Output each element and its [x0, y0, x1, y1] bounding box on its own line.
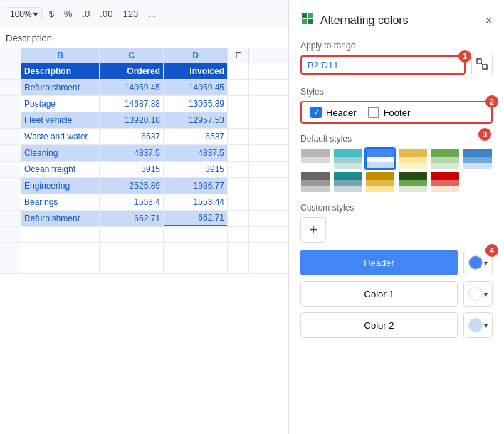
cell[interactable]: Cleaning	[21, 145, 100, 161]
cell[interactable]	[228, 194, 249, 210]
svg-rect-3	[308, 19, 313, 24]
cell[interactable]: 13920.18	[100, 112, 164, 128]
format-btn[interactable]: 123	[120, 7, 141, 21]
cell[interactable]: 12957.53	[164, 112, 228, 128]
color2-picker[interactable]: ▾	[463, 312, 493, 338]
cell[interactable]	[228, 145, 249, 161]
col-header-b[interactable]: B	[21, 48, 100, 63]
close-button[interactable]: ×	[485, 14, 493, 27]
cell[interactable]: Engineering	[21, 178, 100, 194]
header-color-row: 4 Header ▾	[300, 250, 493, 275]
range-input[interactable]	[308, 60, 458, 70]
cell[interactable]: 2525.89	[100, 178, 164, 194]
cell[interactable]	[100, 243, 164, 258]
currency-btn[interactable]: $	[46, 7, 57, 21]
cell[interactable]	[100, 258, 164, 274]
cell[interactable]: 14059.45	[164, 80, 228, 95]
cell[interactable]: Invoiced	[164, 63, 228, 79]
row-num	[0, 243, 21, 258]
cell[interactable]	[228, 129, 249, 144]
table-row: Postage 14687.88 13055.89	[0, 96, 288, 112]
col-header-c[interactable]: C	[100, 48, 164, 63]
dec2-btn[interactable]: .00	[97, 7, 115, 21]
style-swatch[interactable]	[398, 148, 428, 169]
color1-label-text: Color 1	[364, 289, 394, 300]
svg-line-6	[481, 63, 483, 65]
cell[interactable]	[164, 227, 228, 243]
header-checkbox[interactable]: ✓	[310, 107, 322, 118]
color2-label[interactable]: Color 2	[300, 312, 458, 338]
cell[interactable]: Bearings	[21, 194, 100, 210]
cell[interactable]: Fleet vehicle	[21, 112, 100, 128]
cell[interactable]: 13055.89	[164, 96, 228, 112]
style-swatch[interactable]	[430, 148, 460, 169]
color1-row: Color 1 ▾	[300, 281, 493, 307]
style-swatch[interactable]	[333, 148, 363, 169]
cell[interactable]	[21, 243, 100, 258]
cell[interactable]	[228, 211, 249, 226]
cell[interactable]: 6537	[164, 129, 228, 144]
cell[interactable]: Ocean freight	[21, 162, 100, 177]
cell[interactable]	[228, 112, 249, 128]
zoom-control[interactable]: 100% ▾	[6, 7, 42, 21]
cell[interactable]	[228, 178, 249, 194]
cell[interactable]	[228, 96, 249, 112]
cell[interactable]	[164, 243, 228, 258]
footer-checkbox-group[interactable]: Footer	[368, 107, 411, 118]
cell[interactable]	[164, 258, 228, 274]
style-swatch[interactable]	[365, 171, 395, 193]
cell[interactable]: Ordered	[100, 63, 164, 79]
cell[interactable]: 4837.5	[100, 145, 164, 161]
cell[interactable]: 6537	[100, 129, 164, 144]
add-custom-style-button[interactable]: +	[300, 217, 326, 243]
col-header-e[interactable]: E	[228, 48, 249, 63]
cell[interactable]	[228, 162, 249, 177]
style-swatch[interactable]	[300, 148, 330, 169]
cell[interactable]: 1553.4	[100, 194, 164, 210]
cell[interactable]: 4837.5	[164, 145, 228, 161]
cell[interactable]	[21, 227, 100, 243]
cell[interactable]: Refurbishment	[21, 211, 100, 226]
cell[interactable]: 1936.77	[164, 178, 228, 194]
style-swatch[interactable]	[398, 171, 428, 193]
style-swatch-selected[interactable]	[365, 148, 395, 169]
color1-label[interactable]: Color 1	[300, 281, 458, 307]
table-row: Cleaning 4837.5 4837.5	[0, 145, 288, 162]
col-header-d[interactable]: D	[164, 48, 228, 63]
percent-btn[interactable]: %	[61, 7, 75, 21]
row-num	[0, 178, 21, 194]
style-swatch[interactable]	[430, 171, 460, 193]
cell[interactable]: Refurbishment	[21, 80, 100, 95]
rows-area: Description Ordered Invoiced Refurbishme…	[0, 63, 288, 274]
cell[interactable]	[228, 80, 249, 95]
cell[interactable]: 3915	[100, 162, 164, 177]
range-select-button[interactable]	[471, 55, 493, 75]
color1-picker[interactable]: ▾	[463, 281, 493, 307]
cell[interactable]: Waste and water	[21, 129, 100, 144]
header-color-label[interactable]: Header	[300, 250, 458, 275]
cell[interactable]: Description	[21, 63, 100, 79]
cell[interactable]: 1553.44	[164, 194, 228, 210]
cell[interactable]	[21, 258, 100, 274]
footer-checkbox[interactable]	[368, 107, 379, 118]
row-num	[0, 112, 21, 128]
cell[interactable]: 662.71	[164, 211, 228, 226]
dec1-btn[interactable]: .0	[80, 7, 93, 21]
cell[interactable]	[228, 63, 249, 79]
cell[interactable]: Postage	[21, 96, 100, 112]
more-btn[interactable]: ...	[145, 7, 159, 21]
row-num	[0, 145, 21, 161]
style-swatch[interactable]	[300, 171, 330, 193]
cell[interactable]: 662.71	[100, 211, 164, 226]
cell[interactable]: 14059.45	[100, 80, 164, 95]
cell[interactable]: 3915	[164, 162, 228, 177]
default-styles-label: Default styles	[300, 134, 493, 144]
header-checkbox-group[interactable]: ✓ Header	[310, 107, 357, 118]
cell[interactable]: 14687.88	[100, 96, 164, 112]
cell[interactable]	[228, 243, 249, 258]
style-swatch[interactable]	[463, 148, 493, 169]
cell[interactable]	[100, 227, 164, 243]
cell[interactable]	[228, 227, 249, 243]
style-swatch[interactable]	[333, 171, 363, 193]
cell[interactable]	[228, 258, 249, 274]
